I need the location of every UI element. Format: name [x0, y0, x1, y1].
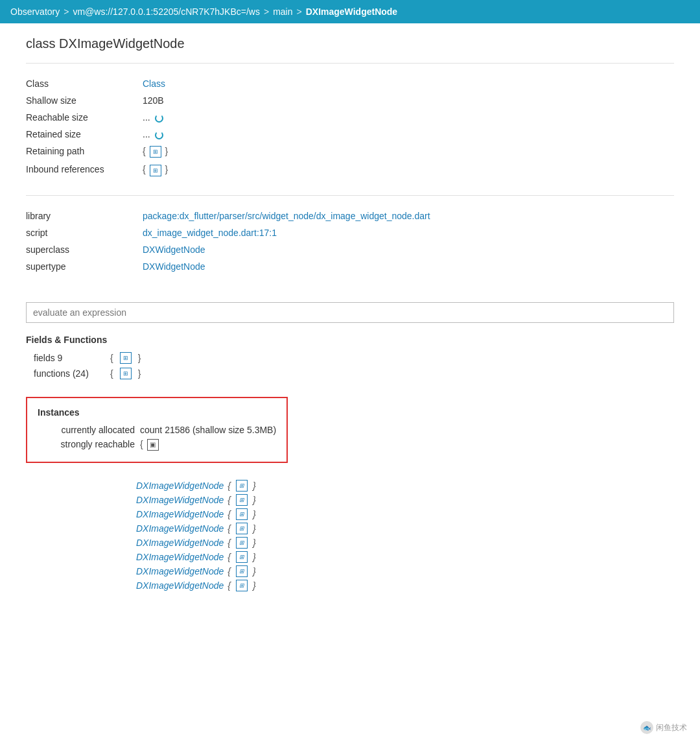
value-script[interactable]: dx_image_widget_node.dart:17:1: [143, 224, 674, 241]
label-class: Class: [26, 75, 143, 92]
instances-container: Instances currently allocated count 2158…: [26, 397, 674, 471]
label-inbound-references: Inbound references: [26, 161, 143, 179]
instance-expand-icon-1[interactable]: ⊞: [236, 480, 248, 492]
value-retaining-path: { ⊞ }: [143, 143, 674, 161]
breadcrumb-bar: Observatory > vm@ws://127.0.0.1:52205/cN…: [0, 0, 700, 23]
currently-allocated-value: count 21586 (shallow size 5.3MB): [140, 425, 276, 435]
instance-expand-icon-8[interactable]: ⊞: [236, 580, 248, 591]
divider-top: [26, 63, 674, 64]
strongly-reachable-label: strongly reachable: [38, 439, 135, 449]
breadcrumb-observatory[interactable]: Observatory: [10, 6, 60, 17]
currently-allocated-label: currently allocated: [38, 425, 135, 435]
fields-functions-section: Fields & Functions fields 9 { ⊞ } functi…: [26, 335, 674, 381]
label-retaining-path: Retaining path: [26, 143, 143, 161]
reachable-size-spinner: [155, 114, 163, 123]
strongly-reachable-value: { ▣: [140, 439, 160, 451]
label-shallow-size: Shallow size: [26, 92, 143, 109]
label-script: script: [26, 224, 143, 241]
strongly-reachable-expand-icon[interactable]: ▣: [147, 439, 159, 451]
instance-link-6[interactable]: DXImageWidgetNode: [136, 552, 224, 562]
instances-box: Instances currently allocated count 2158…: [26, 397, 288, 463]
fields-close-brace: }: [138, 353, 141, 363]
label-reachable-size: Reachable size: [26, 109, 143, 126]
instances-title: Instances: [38, 407, 276, 418]
functions-row: functions (24) { ⊞ }: [26, 366, 674, 381]
instance-list: DXImageWidgetNode { ⊞ } DXImageWidgetNod…: [26, 479, 674, 593]
breadcrumb-sep-3: >: [297, 6, 302, 17]
label-supertype: supertype: [26, 258, 143, 275]
strongly-reachable-row: strongly reachable { ▣: [38, 437, 276, 453]
reachable-size-dots: ...: [143, 112, 150, 123]
label-retained-size: Retained size: [26, 126, 143, 143]
functions-expand-icon[interactable]: ⊞: [120, 368, 132, 379]
instance-link-4[interactable]: DXImageWidgetNode: [136, 523, 224, 534]
breadcrumb-main[interactable]: main: [273, 6, 292, 17]
list-item: DXImageWidgetNode { ⊞ }: [136, 550, 674, 564]
class-info-table: Class Class Shallow size 120B Reachable …: [26, 75, 674, 180]
fields-open-brace: {: [110, 353, 113, 363]
value-class[interactable]: Class: [143, 75, 674, 92]
breadcrumb-sep-2: >: [264, 6, 269, 17]
value-library[interactable]: package:dx_flutter/parser/src/widget_nod…: [143, 208, 674, 224]
inbound-refs-open-brace: {: [143, 164, 148, 174]
instance-link-5[interactable]: DXImageWidgetNode: [136, 538, 224, 548]
list-item: DXImageWidgetNode { ⊞ }: [136, 507, 674, 521]
label-library: library: [26, 208, 143, 224]
breadcrumb-connection[interactable]: vm@ws://127.0.0.1:52205/cNR7K7hJKBc=/ws: [73, 6, 260, 17]
inbound-refs-close-brace: }: [165, 164, 168, 174]
fields-functions-title: Fields & Functions: [26, 335, 674, 345]
instance-expand-icon-2[interactable]: ⊞: [236, 494, 248, 506]
retained-size-spinner: [155, 131, 163, 139]
currently-allocated-row: currently allocated count 21586 (shallow…: [38, 423, 276, 437]
instance-expand-icon-4[interactable]: ⊞: [236, 523, 248, 534]
breadcrumb-sep-1: >: [64, 6, 69, 17]
retaining-path-close-brace: }: [165, 146, 168, 156]
inbound-refs-expand-icon[interactable]: ⊞: [150, 165, 161, 176]
strongly-reachable-open-brace: {: [140, 439, 146, 449]
retaining-path-expand-icon[interactable]: ⊞: [150, 146, 161, 158]
divider-middle: [26, 195, 674, 196]
instance-link-3[interactable]: DXImageWidgetNode: [136, 509, 224, 519]
instance-link-7[interactable]: DXImageWidgetNode: [136, 566, 224, 576]
list-item: DXImageWidgetNode { ⊞ }: [136, 578, 674, 593]
value-superclass[interactable]: DXWidgetNode: [143, 241, 674, 258]
functions-open-brace: {: [110, 368, 113, 379]
fields-label: fields 9: [34, 353, 105, 363]
fields-expand-icon[interactable]: ⊞: [120, 352, 132, 364]
instance-link-2[interactable]: DXImageWidgetNode: [136, 495, 224, 505]
library-info-table: library package:dx_flutter/parser/src/wi…: [26, 208, 674, 275]
page-title: class DXImageWidgetNode: [26, 36, 674, 51]
value-inbound-references: { ⊞ }: [143, 161, 674, 179]
list-item: DXImageWidgetNode { ⊞ }: [136, 521, 674, 536]
main-content: class DXImageWidgetNode Class Class Shal…: [0, 23, 700, 606]
list-item: DXImageWidgetNode { ⊞ }: [136, 493, 674, 507]
functions-label: functions (24): [34, 368, 105, 379]
fields-row: fields 9 { ⊞ }: [26, 350, 674, 366]
instance-expand-icon-6[interactable]: ⊞: [236, 551, 248, 563]
instance-expand-icon-5[interactable]: ⊞: [236, 537, 248, 549]
instance-expand-icon-7[interactable]: ⊞: [236, 565, 248, 577]
list-item: DXImageWidgetNode { ⊞ }: [136, 564, 674, 578]
value-supertype[interactable]: DXWidgetNode: [143, 258, 674, 275]
label-superclass: superclass: [26, 241, 143, 258]
value-retained-size: ...: [143, 126, 674, 143]
instance-link-1[interactable]: DXImageWidgetNode: [136, 480, 224, 491]
instance-expand-icon-3[interactable]: ⊞: [236, 508, 248, 520]
instance-link-8[interactable]: DXImageWidgetNode: [136, 580, 224, 591]
list-item: DXImageWidgetNode { ⊞ }: [136, 479, 674, 493]
retaining-path-open-brace: {: [143, 146, 148, 156]
retained-size-dots: ...: [143, 129, 150, 139]
functions-close-brace: }: [138, 368, 141, 379]
value-shallow-size: 120B: [143, 92, 674, 109]
list-item: DXImageWidgetNode { ⊞ }: [136, 536, 674, 550]
evaluate-expression-input[interactable]: [26, 302, 674, 323]
value-reachable-size: ...: [143, 109, 674, 126]
breadcrumb-active: DXImageWidgetNode: [306, 6, 397, 17]
